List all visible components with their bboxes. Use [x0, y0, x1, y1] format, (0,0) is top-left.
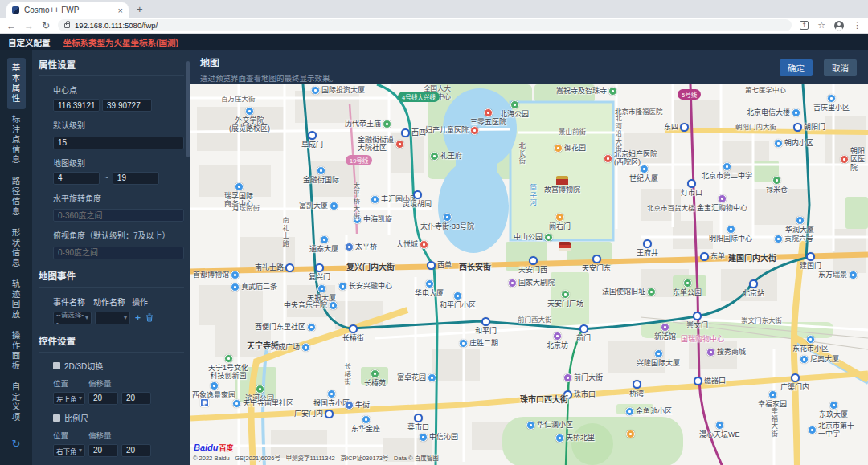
cancel-button[interactable]: 取消 [824, 59, 857, 76]
park-poi-icon [561, 290, 570, 299]
poi-icon [231, 271, 240, 279]
page-title[interactable]: 自定义配置 [8, 36, 51, 48]
map-level-min-input[interactable] [53, 172, 100, 185]
sidebar-item-5[interactable]: 操作面板 [7, 325, 26, 377]
shopping-poi-icon [508, 279, 517, 288]
control-checkbox[interactable]: 比例尺 [53, 412, 184, 424]
map-label [559, 242, 571, 251]
map-label: 幸福大街 [769, 407, 777, 438]
sidebar-item-1[interactable]: 标注点信息 [7, 109, 26, 171]
map-label: 长安兴融中心 [338, 282, 392, 291]
metro-station-icon [806, 252, 815, 261]
reload-icon[interactable]: ↻ [42, 20, 50, 31]
position-select[interactable]: 右下角▾ [53, 444, 85, 457]
poi-icon [425, 279, 434, 288]
sidebar-item-2[interactable]: 路径信息 [7, 171, 26, 222]
chevron-down-icon: ▾ [85, 314, 88, 321]
profile-icon[interactable] [834, 21, 844, 31]
sidebar-item-0[interactable]: 基本属性 [7, 58, 26, 109]
center-lat-input[interactable] [102, 99, 152, 112]
refresh-icon[interactable]: ↻ [12, 438, 21, 450]
action-name-select[interactable]: ▾ [95, 312, 130, 324]
add-event-icon[interactable]: + [135, 312, 141, 324]
sidebar-item-4[interactable]: 轨迹回放 [7, 274, 26, 325]
map-label: 东四 [664, 123, 689, 132]
sidebar-item-6[interactable]: 自定义项 [7, 377, 26, 428]
map-label: 东单公园 [673, 279, 702, 296]
event-name-select[interactable]: --请选择--▾ [53, 312, 92, 324]
map-level-max-input[interactable] [113, 172, 159, 185]
metro-line-badge: 19号线 [346, 155, 372, 165]
poi-icon [371, 195, 379, 204]
metro-station-icon [349, 324, 358, 333]
map-canvas[interactable]: 国际投资大厦百万庄大街外交学院 (展览路校区)历代帝王庙金融街街道 大院社区阜成… [190, 84, 868, 465]
shopping-poi-icon [661, 323, 669, 332]
tab-close-icon[interactable]: × [118, 6, 123, 15]
metro-station-icon [285, 263, 294, 272]
map-label: 华仁澜小区 [526, 421, 573, 430]
map-label: 磁器口 [694, 377, 726, 385]
rotate-input[interactable] [53, 209, 184, 222]
control-checkbox[interactable]: 2D/3D切换 [53, 360, 184, 372]
poi-icon [232, 399, 241, 408]
default-level-input[interactable] [53, 137, 184, 149]
map-label: 第七医学中心 [745, 87, 786, 95]
map-label: 长椿街 [342, 363, 350, 386]
map-label: 朝阳门 [793, 123, 825, 132]
panel-scrollbar[interactable] [186, 61, 190, 157]
map-label: 筒子河 [528, 184, 536, 207]
map-label: 金融街国际 [303, 166, 339, 184]
delete-event-icon[interactable] [145, 313, 154, 322]
offset-y-input[interactable] [121, 392, 151, 405]
poi-icon [774, 235, 783, 243]
map-label: 庄胜二期 [459, 339, 498, 348]
map-label: 天安门广场 [547, 290, 583, 308]
map-label: 广渠门内 [780, 373, 809, 391]
map-label: 桥湾 [629, 380, 644, 398]
checkbox-icon[interactable] [53, 414, 60, 422]
metro-line-badge: 5号线 [678, 89, 701, 100]
offset-x-input[interactable] [88, 444, 118, 457]
landmark-poi-icon [554, 144, 563, 153]
map-label: 复兴门内大街 [346, 263, 395, 272]
confirm-button[interactable]: 确定 [780, 59, 813, 76]
sidebar-item-3[interactable]: 形状信息 [7, 222, 26, 274]
poi-icon [210, 381, 219, 390]
checkbox-icon[interactable] [53, 362, 60, 369]
map-label: 前门大街 [563, 373, 603, 382]
map-label: 兴隆国际大厦 [637, 349, 680, 367]
poi-icon [311, 86, 320, 95]
map-label: 大成广场 [271, 343, 310, 352]
back-icon[interactable]: ← [6, 20, 16, 31]
map-label: 东花市小区 [792, 335, 829, 353]
url-text[interactable]: 192.168.0.111:5080/fwp/ [75, 21, 158, 30]
browser-tab[interactable]: Cosmo++ FWP × [6, 2, 129, 18]
map-label: 长椿苑 [364, 369, 386, 387]
position-select[interactable]: 左上角▾ [53, 392, 85, 405]
map-label: 大悦城 [396, 240, 428, 249]
map-section-title: 地图 [200, 55, 868, 69]
map-section-subtitle: 通过预览界面查看地图的最终显示效果。 [200, 72, 868, 84]
bookmark-star-icon[interactable]: ☆ [817, 20, 825, 31]
poi-icon [625, 407, 634, 416]
offset-y-input[interactable] [121, 444, 151, 457]
center-lng-input[interactable] [53, 99, 100, 112]
map-label: 建国门 [800, 252, 821, 270]
map-label: 南礼士路 [255, 263, 294, 272]
map-label: 北京坊 [547, 332, 568, 349]
tilt-input[interactable] [53, 247, 184, 259]
poi-icon [723, 162, 731, 171]
poi-icon [792, 108, 800, 117]
bus-stop-icon [345, 243, 354, 251]
park-poi-icon [510, 100, 519, 109]
browser-menu-icon[interactable]: ⋮ [853, 20, 862, 31]
share-icon[interactable]: ↥ [800, 21, 809, 30]
address-bar[interactable]: 192.168.0.111:5080/fwp/ [58, 19, 792, 31]
forward-icon[interactable]: → [24, 20, 34, 31]
hospital-poi-icon [840, 155, 849, 164]
metro-station-icon [592, 255, 601, 263]
sidebar: 基本属性标注点信息路径信息形状信息轨迹回放操作面板自定义项 ↻ [0, 50, 32, 465]
offset-x-input[interactable] [88, 392, 118, 405]
new-tab-button[interactable]: + [137, 3, 143, 15]
center-point-label: 中心点 [53, 84, 184, 96]
